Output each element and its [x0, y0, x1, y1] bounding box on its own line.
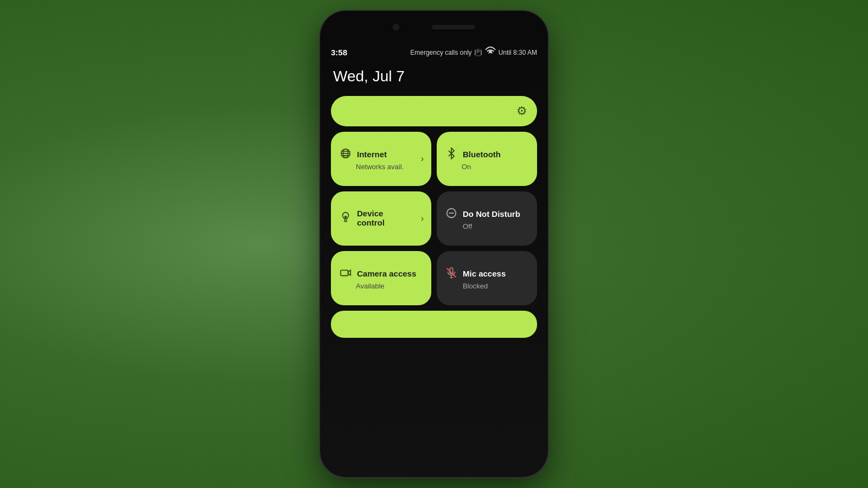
phone-screen: 3:58 Emergency calls only 📳 Until 8:30 A…: [320, 11, 548, 477]
mic-access-subtitle: Blocked: [463, 282, 528, 290]
svg-text:?: ?: [344, 155, 346, 159]
internet-tile-header: ? Internet: [340, 147, 423, 162]
device-controls-header: Device control: [340, 209, 423, 227]
mic-blocked-icon: [445, 267, 457, 281]
dnd-tile[interactable]: Do Not Disturb Off: [437, 191, 537, 246]
wifi-icon: [484, 46, 496, 59]
notch-area: [320, 11, 548, 43]
bottom-partial-tile[interactable]: [331, 311, 537, 338]
svg-rect-11: [341, 270, 348, 275]
earpiece-speaker: [432, 25, 475, 29]
dnd-icon: [445, 207, 457, 221]
tiles-grid: ? Internet Networks avail. ›: [331, 132, 537, 305]
internet-tile[interactable]: ? Internet Networks avail. ›: [331, 132, 431, 186]
bluetooth-tile-header: Bluetooth: [445, 147, 528, 162]
bluetooth-icon: [445, 147, 457, 162]
dnd-title: Do Not Disturb: [463, 209, 520, 219]
mic-access-header: Mic access: [445, 267, 528, 281]
status-center: Emergency calls only 📳 Until 8:30 AM: [410, 46, 537, 59]
camera-access-title: Camera access: [357, 269, 416, 278]
internet-subtitle: Networks avail.: [356, 163, 423, 171]
internet-arrow-icon: ›: [421, 154, 424, 164]
device-controls-title: Device control: [357, 209, 423, 227]
status-bar: 3:58 Emergency calls only 📳 Until 8:30 A…: [331, 43, 537, 63]
status-time: 3:58: [331, 48, 347, 57]
phone-device: 3:58 Emergency calls only 📳 Until 8:30 A…: [320, 11, 548, 477]
globe-icon: ?: [340, 147, 352, 162]
dnd-subtitle: Off: [463, 222, 528, 230]
svg-marker-12: [348, 270, 351, 275]
battery-until-text: Until 8:30 AM: [499, 49, 537, 56]
date-display: Wed, Jul 7: [333, 68, 537, 85]
screen-content: 3:58 Emergency calls only 📳 Until 8:30 A…: [320, 43, 548, 477]
device-controls-tile[interactable]: Device control ›: [331, 191, 431, 246]
mic-access-title: Mic access: [463, 269, 506, 278]
device-controls-arrow-icon: ›: [421, 214, 424, 223]
settings-icon[interactable]: ⚙: [516, 104, 527, 118]
emergency-text: Emergency calls only: [410, 49, 471, 56]
internet-title: Internet: [357, 150, 398, 159]
camera-icon: [340, 267, 352, 281]
brightness-bar[interactable]: ⚙: [331, 96, 537, 126]
camera-access-subtitle: Available: [356, 282, 423, 290]
mic-access-tile[interactable]: Mic access Blocked: [437, 251, 537, 305]
svg-point-8: [345, 216, 347, 218]
front-camera: [393, 24, 399, 30]
vibrate-icon: 📳: [474, 49, 482, 56]
dnd-header: Do Not Disturb: [445, 207, 528, 221]
quick-settings-panel: ⚙: [331, 96, 537, 466]
bulb-icon: [340, 211, 352, 225]
bluetooth-tile[interactable]: Bluetooth On: [437, 132, 537, 186]
camera-access-header: Camera access: [340, 267, 423, 281]
bluetooth-subtitle: On: [462, 163, 528, 171]
camera-access-tile[interactable]: Camera access Available: [331, 251, 431, 305]
bluetooth-title: Bluetooth: [463, 150, 501, 159]
